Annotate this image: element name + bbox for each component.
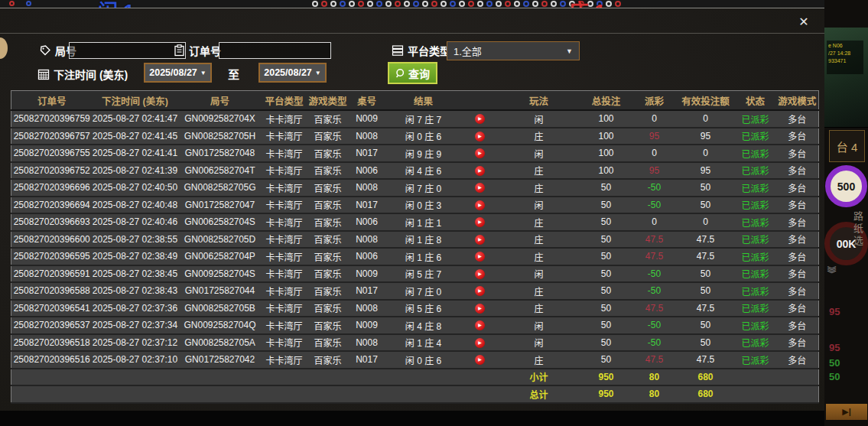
- cell-mode: 多台: [776, 248, 819, 265]
- cell-time: 2025-08-27 02:41:47: [93, 110, 178, 128]
- video-info-line: 933471: [828, 57, 862, 65]
- col-header-time: 下注时间 (美东): [93, 91, 178, 111]
- replay-icon[interactable]: ▶: [475, 166, 485, 176]
- cell-table: N008: [349, 231, 385, 249]
- cell-platform: 卡卡湾厅: [262, 162, 307, 180]
- cell-game: 百家乐: [307, 145, 349, 162]
- cell-mode: 多台: [776, 110, 819, 128]
- cell-bet: 50: [580, 317, 632, 334]
- sum-empty-cell: [735, 369, 776, 386]
- cell-payout: 47.5: [632, 231, 677, 249]
- cell-round: GN0092582704X: [178, 110, 262, 128]
- cell-play: ▶: [463, 197, 498, 214]
- forward-button[interactable]: ▶|: [826, 404, 867, 420]
- round-input[interactable]: [69, 42, 186, 59]
- order-input[interactable]: [219, 42, 331, 59]
- cell-result: 闲 1 庄 4: [385, 334, 463, 352]
- cell-order: 250827020396518: [11, 334, 93, 352]
- cell-side: 庄: [498, 248, 580, 265]
- cell-result: 闲 1 庄 8: [385, 231, 463, 249]
- cell-result: 闲 7 庄 0: [385, 179, 463, 197]
- cell-order: 250827020396516: [11, 351, 93, 369]
- double-chevron-down-icon[interactable]: 《《: [825, 267, 838, 278]
- cell-platform: 卡卡湾厅: [262, 334, 307, 352]
- cell-payout: -50: [632, 334, 677, 352]
- cell-round: GN0082582705H: [178, 128, 262, 145]
- cell-time: 2025-08-27 02:41:41: [93, 145, 178, 162]
- cell-play: ▶: [463, 162, 498, 180]
- replay-icon[interactable]: ▶: [475, 338, 485, 348]
- cell-payout: 47.5: [632, 351, 677, 369]
- replay-icon[interactable]: ▶: [475, 148, 485, 158]
- replay-icon[interactable]: ▶: [475, 114, 485, 124]
- total-row: 总计95080680: [11, 385, 819, 403]
- cell-round: GN0062582704S: [178, 213, 262, 231]
- table-row: 2508270203965912025-08-27 02:38:45GN0092…: [11, 265, 819, 283]
- bead-ring: [468, 1, 474, 7]
- table-row: 2508270203966002025-08-27 02:38:55GN0082…: [11, 231, 819, 249]
- bead-ring: [404, 1, 410, 7]
- cell-valid: 47.5: [677, 231, 735, 249]
- replay-icon[interactable]: ▶: [475, 304, 485, 314]
- cell-game: 百家乐: [307, 162, 349, 180]
- cell-valid: 50: [677, 334, 735, 352]
- replay-icon[interactable]: ▶: [475, 217, 485, 227]
- table-row: 2508270203965882025-08-27 02:38:43GN0172…: [11, 282, 819, 300]
- replay-icon[interactable]: ▶: [475, 320, 485, 330]
- cell-result: 闲 0 庄 3: [385, 197, 463, 214]
- cell-status: 已派彩: [735, 179, 776, 197]
- query-button[interactable]: 查询: [388, 62, 437, 84]
- cell-mode: 多台: [776, 162, 819, 180]
- cell-bet: 50: [580, 213, 632, 231]
- bead-ring: [532, 1, 538, 7]
- cell-valid: 50: [677, 282, 735, 300]
- cell-status: 已派彩: [735, 162, 776, 180]
- replay-icon[interactable]: ▶: [475, 200, 485, 210]
- cell-order: 250827020396752: [11, 162, 93, 180]
- cell-round: GN01725827042: [178, 351, 262, 369]
- payout-number: 95: [829, 306, 840, 317]
- cell-valid: 50: [677, 197, 735, 214]
- cell-valid: 50: [677, 317, 735, 334]
- cell-time: 2025-08-27 02:41:39: [93, 162, 178, 180]
- replay-icon[interactable]: ▶: [475, 355, 485, 365]
- cell-order: 250827020396588: [11, 282, 93, 300]
- cell-payout: 0: [632, 110, 677, 128]
- bead-ring: [450, 1, 456, 7]
- cell-play: ▶: [463, 231, 498, 249]
- cell-mode: 多台: [776, 334, 819, 352]
- panel-handle[interactable]: [0, 37, 8, 59]
- close-button[interactable]: ✕: [795, 13, 812, 30]
- replay-icon[interactable]: ▶: [475, 252, 485, 262]
- cell-play: ▶: [463, 300, 498, 317]
- replay-icon[interactable]: ▶: [475, 183, 485, 193]
- cell-play: ▶: [463, 179, 498, 197]
- cell-mode: 多台: [776, 351, 819, 369]
- platform-select-value: 1.全部: [454, 44, 482, 58]
- clipboard-icon: [174, 44, 185, 57]
- cell-game: 百家乐: [307, 231, 349, 249]
- replay-icon[interactable]: ▶: [475, 269, 485, 279]
- cell-mode: 多台: [776, 265, 819, 283]
- chip-500[interactable]: 500: [825, 165, 867, 207]
- replay-icon[interactable]: ▶: [475, 235, 485, 245]
- bead-ring: [541, 1, 548, 7]
- cell-status: 已派彩: [735, 231, 776, 249]
- date-to-picker[interactable]: 2025/08/27 ▼: [258, 63, 327, 83]
- replay-icon[interactable]: ▶: [475, 132, 485, 141]
- bead-ring: [496, 1, 502, 7]
- replay-icon[interactable]: ▶: [475, 286, 485, 296]
- platform-stack-icon: [392, 44, 404, 57]
- cell-round: GN0082582705G: [178, 179, 262, 197]
- cell-payout: 0: [632, 145, 677, 162]
- cell-play: ▶: [463, 265, 498, 283]
- date-from-picker[interactable]: 2025/08/27 ▼: [144, 63, 212, 83]
- cell-result: 闲 1 庄 6: [385, 248, 463, 265]
- cell-platform: 卡卡湾厅: [262, 282, 307, 300]
- cell-round: GN0082582705A: [178, 334, 262, 352]
- platform-select[interactable]: 1.全部 ▼: [447, 41, 580, 60]
- cell-result: 闲 4 庄 8: [385, 317, 463, 334]
- tag-icon: [39, 44, 51, 57]
- records-table: 订单号 下注时间 (美东) 局号 平台类型 游戏类型 桌号 结果 玩法 总投注 …: [11, 90, 819, 404]
- cell-payout: -50: [632, 282, 677, 300]
